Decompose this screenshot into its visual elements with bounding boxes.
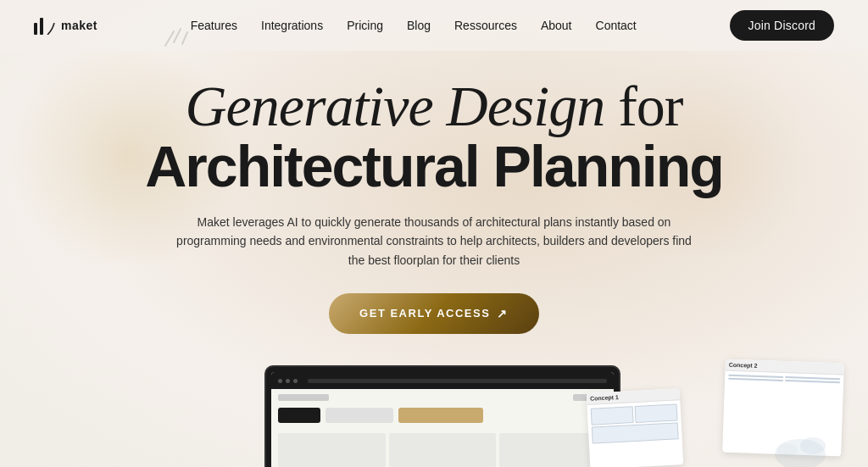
dot-3 xyxy=(293,379,298,383)
svg-point-5 xyxy=(777,443,798,457)
hero-section: Generative Design for Architectural Plan… xyxy=(0,51,868,359)
grid-cell-2 xyxy=(389,433,497,467)
room-3 xyxy=(592,422,679,443)
grid-cell-1 xyxy=(278,433,386,467)
laptop-screen-content xyxy=(271,389,614,467)
room-c xyxy=(728,378,783,381)
hero-italic-text: Generative Design xyxy=(185,74,604,138)
screen-btn-3 xyxy=(398,408,483,423)
logo-link[interactable]: maket xyxy=(34,16,97,35)
nav-ressources[interactable]: Ressources xyxy=(454,19,517,32)
nav-links: Features Integrations Pricing Blog Resso… xyxy=(191,18,637,33)
arrow-icon: ↗ xyxy=(497,307,509,320)
join-discord-button[interactable]: Join Discord xyxy=(730,10,834,41)
hero-regular-text: for xyxy=(604,74,682,138)
early-access-button[interactable]: GET EARLY ACCESS ↗ xyxy=(329,293,539,334)
cta-label: GET EARLY ACCESS xyxy=(359,307,490,320)
logo-swoosh xyxy=(46,23,56,35)
room-d xyxy=(785,380,840,383)
laptop-mockup xyxy=(264,365,620,467)
floorplans-area: Concept 1 Concept 2 xyxy=(588,357,843,467)
laptop-screen-header xyxy=(271,372,614,389)
concept-1-card: Concept 1 xyxy=(587,388,684,467)
nav-blog[interactable]: Blog xyxy=(407,19,431,32)
room-1 xyxy=(591,406,634,425)
logo-text: maket xyxy=(61,19,97,32)
room-2 xyxy=(635,403,678,423)
dot-1 xyxy=(278,379,282,383)
hero-subtitle: Maket leverages AI to quickly generate t… xyxy=(171,213,697,270)
screen-btn-2 xyxy=(326,408,393,423)
nav-pricing[interactable]: Pricing xyxy=(347,19,383,32)
screen-title xyxy=(278,394,329,401)
screen-toolbar xyxy=(278,408,607,423)
nav-integrations[interactable]: Integrations xyxy=(261,19,323,32)
laptop-screen xyxy=(271,372,614,467)
logo-bar-2 xyxy=(40,18,43,35)
hero-title-line2: Architectural Planning xyxy=(145,136,722,197)
svg-point-4 xyxy=(800,437,826,454)
watercolor-decoration xyxy=(766,425,834,467)
logo-bar-1 xyxy=(34,23,37,35)
logo-icon xyxy=(34,16,56,35)
screen-top-row xyxy=(278,394,607,401)
hero-title-line1: Generative Design for xyxy=(145,76,722,136)
navbar: maket Features Integrations Pricing Blog… xyxy=(0,0,868,51)
nav-about[interactable]: About xyxy=(541,19,572,32)
mockup-area: Concept 1 Concept 2 xyxy=(0,357,868,467)
screen-grid xyxy=(278,433,607,467)
screen-btn-1 xyxy=(278,408,320,423)
address-bar xyxy=(308,379,607,383)
dot-2 xyxy=(286,379,290,383)
hero-title: Generative Design for Architectural Plan… xyxy=(145,76,722,197)
concept-1-graphic xyxy=(587,400,682,448)
nav-contact[interactable]: Contact xyxy=(596,19,637,32)
nav-features[interactable]: Features xyxy=(191,19,237,32)
